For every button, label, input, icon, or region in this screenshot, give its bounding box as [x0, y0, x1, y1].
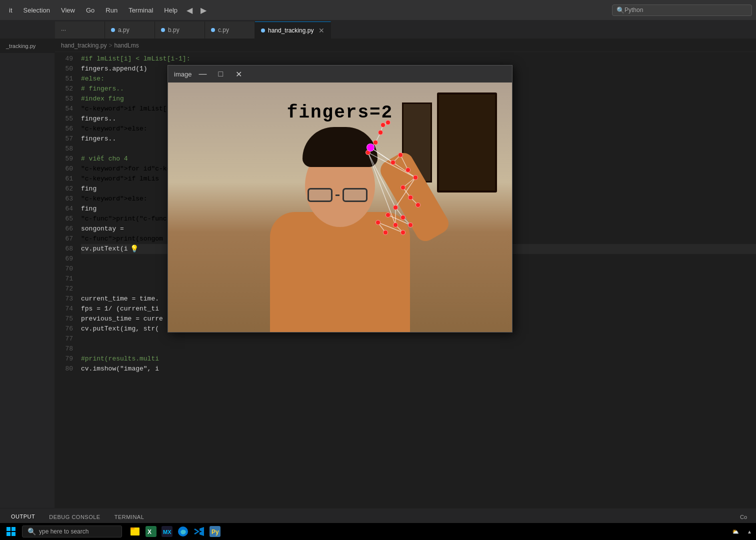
- tab-more-icon: ···: [61, 26, 66, 34]
- nav-forward-button[interactable]: ▶: [198, 4, 210, 16]
- taskbar-arrow-up-icon: ▲: [747, 529, 752, 534]
- search-circle-icon: 🔍: [28, 528, 36, 536]
- menu-item-selection[interactable]: Selection: [18, 4, 55, 16]
- lightbulb-icon[interactable]: 💡: [130, 244, 138, 254]
- popup-minimize-button[interactable]: —: [196, 67, 210, 81]
- code-line: #print(results.multi: [81, 354, 756, 364]
- search-bar[interactable]: 🔍 Python: [612, 4, 752, 16]
- camera-frame: fingers=2: [168, 82, 512, 332]
- search-icon: 🔍: [616, 6, 624, 14]
- line-numbers: 4950515253545556575859606162636465666768…: [55, 52, 77, 508]
- vscode-icon: [194, 526, 204, 537]
- popup-maximize-button[interactable]: □: [214, 67, 228, 81]
- code-line: #if lmList[i] < lmList[i-1]:: [81, 54, 756, 64]
- tab-dot-b: [161, 28, 165, 32]
- tab-a-py[interactable]: a.py: [105, 22, 155, 38]
- excel-icon: X: [146, 526, 156, 537]
- line-number: 73: [55, 294, 73, 304]
- code-line: [81, 334, 756, 344]
- menu-item-go[interactable]: Go: [81, 4, 100, 16]
- panel-right-label: Co: [735, 514, 752, 520]
- tab-more[interactable]: ···: [55, 22, 105, 38]
- person-torso: [270, 212, 410, 332]
- taskbar-icon-python[interactable]: Py: [208, 524, 222, 538]
- sidebar-filename: _tracking.py: [0, 39, 54, 53]
- tab-dot-c: [211, 28, 215, 32]
- line-number: 49: [55, 54, 73, 64]
- edge-icon: [178, 526, 188, 537]
- line-number: 55: [55, 114, 73, 124]
- glasses-bridge: [336, 194, 340, 196]
- fingers-count-text: fingers=2: [287, 102, 393, 123]
- tab-label-c: c.py: [218, 26, 229, 34]
- line-number: 53: [55, 94, 73, 104]
- line-number: 80: [55, 364, 73, 374]
- line-number: 67: [55, 234, 73, 244]
- mx-icon: MX: [162, 526, 172, 537]
- python-icon: Py: [210, 526, 220, 537]
- taskbar-right: ⛅ ▲: [732, 528, 752, 535]
- svg-rect-2: [6, 532, 10, 536]
- line-number: 66: [55, 224, 73, 234]
- menu-item-run[interactable]: Run: [100, 4, 122, 16]
- breadcrumb-symbol: handLms: [114, 42, 138, 49]
- line-number: 64: [55, 204, 73, 214]
- line-number: 75: [55, 314, 73, 324]
- line-number: 72: [55, 284, 73, 294]
- taskbar-icon-vscode[interactable]: [192, 524, 206, 538]
- code-line: [81, 344, 756, 354]
- line-number: 76: [55, 324, 73, 334]
- svg-text:X: X: [148, 528, 152, 536]
- tab-label-b: b.py: [168, 26, 180, 34]
- file-manager-icon: [130, 526, 140, 537]
- taskbar-search-text: ype here to search: [39, 528, 88, 535]
- tab-close-icon[interactable]: ✕: [318, 27, 324, 34]
- search-text: Python: [624, 6, 643, 14]
- taskbar-icon-files[interactable]: [128, 524, 142, 538]
- breadcrumb: hand_tracking.py > handLms: [55, 39, 756, 52]
- taskbar-start-icon[interactable]: [4, 524, 18, 538]
- tab-b-py[interactable]: b.py: [155, 22, 205, 38]
- line-number: 54: [55, 104, 73, 114]
- svg-rect-1: [12, 527, 16, 531]
- popup-close-button[interactable]: ✕: [232, 67, 246, 81]
- code-line: cv.imshow("image", i: [81, 364, 756, 374]
- line-number: 74: [55, 304, 73, 314]
- taskbar-search[interactable]: 🔍 ype here to search: [22, 526, 122, 538]
- svg-text:MX: MX: [163, 529, 172, 535]
- nav-back-button[interactable]: ◀: [184, 4, 196, 16]
- breadcrumb-file: hand_tracking.py: [61, 42, 106, 49]
- line-number: 70: [55, 264, 73, 274]
- windows-icon: [6, 527, 16, 536]
- line-number: 69: [55, 254, 73, 264]
- taskbar-icon-edge[interactable]: [176, 524, 190, 538]
- svg-text:Py: Py: [212, 528, 219, 536]
- line-number: 57: [55, 134, 73, 144]
- taskbar-weather: ⛅: [732, 528, 739, 535]
- menu-item-terminal[interactable]: Terminal: [124, 4, 158, 16]
- svg-rect-3: [12, 532, 16, 536]
- glasses-right: [342, 188, 368, 202]
- tab-label-hand: hand_tracking.py: [268, 27, 314, 34]
- taskbar-icon-excel[interactable]: X: [144, 524, 158, 538]
- svg-rect-5: [130, 528, 134, 530]
- person-glasses: [308, 187, 372, 203]
- line-number: 56: [55, 124, 73, 134]
- image-popup: image — □ ✕ f: [168, 65, 512, 332]
- popup-title: image: [174, 70, 192, 78]
- line-number: 79: [55, 354, 73, 364]
- line-number: 62: [55, 184, 73, 194]
- line-number: 71: [55, 274, 73, 284]
- line-number: 63: [55, 194, 73, 204]
- menu-item-it[interactable]: it: [4, 4, 18, 16]
- tab-label-a: a.py: [118, 26, 130, 34]
- line-number: 61: [55, 174, 73, 184]
- taskbar-icon-mx[interactable]: MX: [160, 524, 174, 538]
- menu-item-help[interactable]: Help: [159, 4, 182, 16]
- tab-c-py[interactable]: c.py: [205, 22, 255, 38]
- line-number: 60: [55, 164, 73, 174]
- popup-content: fingers=2: [168, 82, 512, 332]
- tab-hand-tracking-py[interactable]: hand_tracking.py ✕: [255, 22, 331, 38]
- line-number: 65: [55, 214, 73, 224]
- menu-item-view[interactable]: View: [56, 4, 80, 16]
